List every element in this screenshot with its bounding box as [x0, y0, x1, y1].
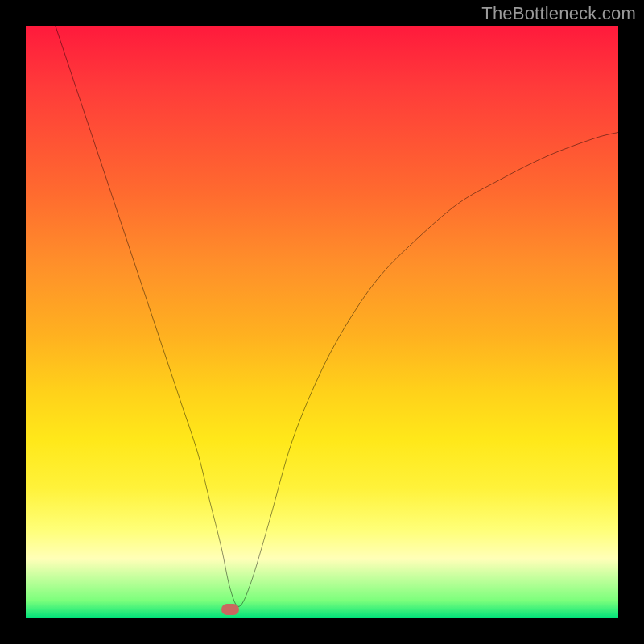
watermark-text: TheBottleneck.com — [481, 3, 636, 24]
chart-frame: TheBottleneck.com — [0, 0, 644, 644]
optimum-marker — [221, 604, 239, 615]
plot-area — [26, 26, 618, 618]
bottleneck-curve — [56, 26, 618, 606]
curve-svg — [26, 26, 618, 618]
